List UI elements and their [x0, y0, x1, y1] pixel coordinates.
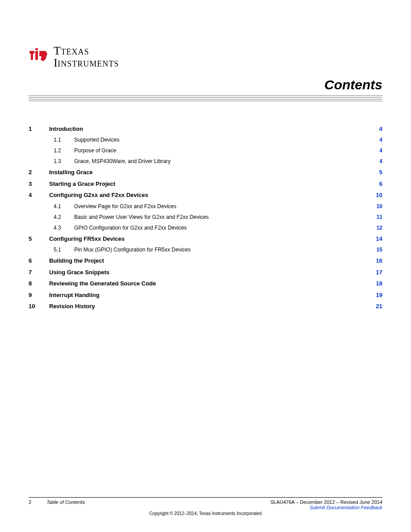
toc-number: 6 [29, 256, 49, 265]
toc-number: 7 [29, 268, 49, 277]
toc-page-link[interactable]: 10 [373, 191, 382, 200]
toc-number: 5.1 [54, 246, 74, 254]
toc-entry: 4.3GPIO Configuration for G2xx and F2xx … [29, 224, 382, 232]
toc-entry: 10Revision History21 [29, 302, 382, 311]
toc-page-link[interactable]: 19 [373, 291, 382, 300]
toc-page-link[interactable]: 11 [373, 213, 382, 221]
toc-number: 4.3 [54, 224, 74, 232]
toc-label: Starting a Grace Project [49, 180, 115, 189]
toc-page-link[interactable]: 5 [373, 168, 382, 177]
page-title: Contents [29, 77, 382, 92]
toc-label: Configuring FR5xx Devices [49, 235, 125, 243]
footer-page-number: 2 [29, 499, 31, 505]
toc-number: 1.1 [54, 136, 74, 144]
toc-label: Pin Mux (GPIO) Configuration for FR5xx D… [74, 246, 191, 254]
toc-page-link[interactable]: 6 [373, 180, 382, 189]
toc-page-link[interactable]: 21 [373, 302, 382, 311]
toc-number: 5 [29, 235, 49, 243]
toc-label: Supported Devices [74, 136, 119, 144]
toc-entry: 2Installing Grace5 [29, 168, 382, 177]
toc-number: 4 [29, 191, 49, 200]
toc-page-link[interactable]: 10 [373, 202, 382, 210]
toc-label: Revision History [49, 302, 95, 311]
toc-number: 1.2 [54, 147, 74, 155]
logo: TTEXAS IINSTRUMENTS [29, 45, 382, 69]
toc-entry: 9Interrupt Handling19 [29, 291, 382, 300]
toc-page-link[interactable]: 14 [373, 235, 382, 243]
footer-doc-id: SLAU476A – December 2012 – Revised June … [270, 499, 382, 505]
toc-page-link[interactable]: 16 [373, 256, 382, 265]
toc-number: 8 [29, 279, 49, 288]
table-of-contents: 1Introduction41.1Supported Devices41.2Pu… [29, 125, 382, 311]
title-rule [29, 95, 382, 101]
toc-entry: 8Reviewing the Generated Source Code18 [29, 279, 382, 288]
toc-label: Overview Page for G2xx and F2xx Devices [74, 202, 176, 210]
toc-page-link[interactable]: 17 [373, 268, 382, 277]
toc-label: Interrupt Handling [49, 291, 100, 300]
toc-label: Building the Project [49, 256, 104, 265]
toc-entry: 1.3Grace, MSP430Ware, and Driver Library… [29, 157, 382, 165]
toc-entry: 7Using Grace Snippets17 [29, 268, 382, 277]
toc-page-link[interactable]: 4 [373, 157, 382, 165]
footer-copyright: Copyright © 2012–2014, Texas Instruments… [29, 511, 382, 516]
toc-entry: 4.2Basic and Power User Views for G2xx a… [29, 213, 382, 221]
toc-number: 10 [29, 302, 49, 311]
toc-entry: 1.2Purpose of Grace4 [29, 147, 382, 155]
toc-entry: 6Building the Project16 [29, 256, 382, 265]
toc-label: Purpose of Grace [74, 147, 116, 155]
toc-entry: 4Configuring G2xx and F2xx Devices10 [29, 191, 382, 200]
toc-number: 1 [29, 125, 49, 134]
toc-entry: 1.1Supported Devices4 [29, 136, 382, 144]
toc-number: 4.2 [54, 213, 74, 221]
toc-label: Introduction [49, 125, 83, 134]
toc-label: Using Grace Snippets [49, 268, 109, 277]
toc-page-link[interactable]: 18 [373, 279, 382, 288]
toc-page-link[interactable]: 4 [373, 125, 382, 134]
footer: 2 Table of Contents SLAU476A – December … [29, 497, 382, 516]
toc-number: 4.1 [54, 202, 74, 210]
toc-page-link[interactable]: 4 [373, 147, 382, 155]
toc-label: Basic and Power User Views for G2xx and … [74, 213, 209, 221]
toc-label: GPIO Configuration for G2xx and F2xx Dev… [74, 224, 187, 232]
toc-number: 9 [29, 291, 49, 300]
toc-entry: 4.1Overview Page for G2xx and F2xx Devic… [29, 202, 382, 210]
logo-text: TTEXAS IINSTRUMENTS [54, 45, 119, 69]
ti-logo-icon [29, 48, 50, 65]
toc-number: 2 [29, 168, 49, 177]
toc-label: Installing Grace [49, 168, 93, 177]
toc-label: Reviewing the Generated Source Code [49, 279, 156, 288]
toc-page-link[interactable]: 12 [373, 224, 382, 232]
toc-label: Configuring G2xx and F2xx Devices [49, 191, 148, 200]
toc-entry: 5Configuring FR5xx Devices14 [29, 235, 382, 243]
toc-entry: 3Starting a Grace Project6 [29, 180, 382, 189]
toc-number: 3 [29, 180, 49, 189]
toc-entry: 1Introduction4 [29, 125, 382, 134]
footer-section-title: Table of Contents [46, 499, 85, 505]
toc-page-link[interactable]: 15 [373, 246, 382, 254]
toc-page-link[interactable]: 4 [373, 136, 382, 144]
toc-entry: 5.1Pin Mux (GPIO) Configuration for FR5x… [29, 246, 382, 254]
toc-label: Grace, MSP430Ware, and Driver Library [74, 157, 171, 165]
toc-number: 1.3 [54, 157, 74, 165]
footer-feedback-link[interactable]: Submit Documentation Feedback [270, 505, 382, 510]
